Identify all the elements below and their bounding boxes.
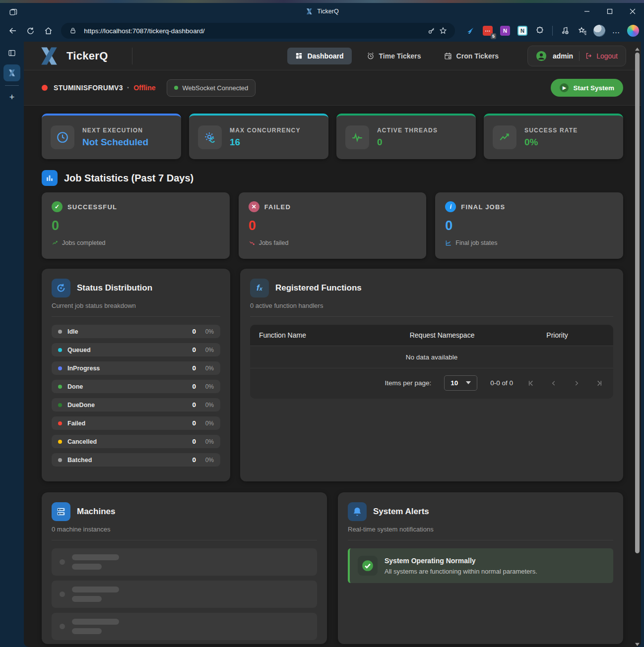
items-per-page-select[interactable]: 10 (444, 375, 477, 391)
server-icon (52, 502, 70, 521)
start-system-button[interactable]: ▶ Start System (551, 79, 623, 97)
active-vertical-tab[interactable] (3, 64, 20, 81)
last-page-icon[interactable] (594, 378, 604, 388)
status-dot (58, 366, 62, 370)
scrollbar[interactable] (634, 42, 641, 647)
scroll-up-icon[interactable] (635, 45, 640, 49)
host-separator: · (127, 83, 129, 92)
job-caption: Final job states (445, 239, 613, 246)
calendar-icon (444, 52, 452, 60)
websocket-label: WebSocket Connected (183, 84, 249, 92)
status-dot (58, 403, 62, 407)
alarm-clock-icon (367, 52, 375, 60)
collections-icon[interactable] (576, 24, 589, 37)
stat-value: 16 (230, 137, 301, 148)
extension-notion-icon[interactable]: N (516, 24, 529, 37)
extension-stream-icon[interactable] (464, 24, 477, 37)
job-caption: Jobs failed (249, 239, 417, 246)
job-caption: Jobs completed (52, 239, 220, 246)
extension-onenote-icon[interactable]: N (499, 24, 512, 37)
next-page-icon[interactable] (572, 378, 581, 388)
profile-avatar[interactable] (593, 25, 605, 37)
table-header: Function Name Request Namespace Priority (250, 325, 613, 346)
nav-dashboard[interactable]: Dashboard (287, 48, 351, 64)
alert-message: All systems are functioning within norma… (385, 568, 537, 575)
job-value: 0 (445, 218, 613, 234)
clock-icon (51, 125, 74, 149)
x-circle-icon: ✕ (249, 201, 259, 212)
status-distribution-panel: Status Distribution Current job status b… (42, 269, 230, 481)
scroll-down-icon[interactable] (635, 640, 640, 644)
stat-label: SUCCESS RATE (524, 127, 578, 134)
favorite-star-icon[interactable] (437, 25, 449, 37)
tickerq-favicon (305, 7, 313, 15)
url-text[interactable]: https://localhost:7087/tickerq-dashboard… (84, 27, 425, 35)
refresh-icon[interactable] (23, 23, 39, 39)
logout-button[interactable]: Logout (585, 52, 618, 60)
extension-screenshot-icon[interactable]: ⋯5 (481, 24, 494, 37)
tab-panel-icon[interactable] (4, 46, 19, 60)
stat-label: MAX CONCURRENCY (230, 127, 301, 134)
job-statistics-heading: Job Statistics (Past 7 Days) (42, 170, 623, 186)
col-request-namespace: Request Namespace (374, 331, 510, 339)
workspaces-icon[interactable] (6, 5, 20, 17)
status-dot (58, 440, 62, 444)
extensions-puzzle-icon[interactable] (533, 24, 546, 37)
home-icon[interactable] (41, 23, 57, 39)
panel-title: System Alerts (373, 507, 429, 517)
table-pagination: Items per page: 10 0-0 of 0 (250, 368, 613, 399)
function-fx-icon: fx (250, 279, 269, 297)
line-chart-icon (445, 239, 452, 246)
new-tab-icon[interactable]: + (4, 90, 19, 105)
skeleton-dot (60, 624, 65, 629)
trend-down-icon (249, 239, 256, 246)
nav-time-tickers[interactable]: Time Tickers (359, 48, 429, 64)
skeleton-dot (60, 591, 65, 597)
close-icon[interactable] (621, 3, 644, 20)
stat-value: 0 (377, 137, 438, 148)
info-circle-icon: i (445, 201, 456, 212)
nav-cron-tickers-label: Cron Tickers (456, 52, 499, 60)
minimize-icon[interactable] (576, 3, 598, 20)
scrollbar-thumb[interactable] (635, 53, 640, 553)
status-dot (58, 330, 62, 334)
websocket-badge: WebSocket Connected (167, 79, 256, 97)
browser-toolbar: https://localhost:7087/tickerq-dashboard… (0, 20, 644, 42)
lock-icon[interactable] (67, 25, 79, 37)
maximize-icon[interactable] (598, 3, 621, 20)
panel-subtitle: Current job status breakdown (52, 302, 220, 309)
copilot-icon[interactable] (627, 25, 639, 37)
back-icon[interactable] (5, 23, 21, 39)
browser-titlebar: TickerQ (0, 3, 644, 20)
skeleton-dot (60, 559, 65, 565)
bar-chart-icon (42, 170, 58, 186)
panel-subtitle: Real-time system notifications (348, 526, 613, 533)
websocket-dot (174, 86, 178, 90)
first-page-icon[interactable] (526, 378, 536, 388)
media-icon[interactable] (559, 24, 572, 37)
nav-dashboard-label: Dashboard (307, 52, 343, 60)
stat-card-active-threads: ACTIVE THREADS 0 (336, 114, 476, 159)
status-refresh-icon (52, 279, 70, 297)
settings-more-icon[interactable]: … (610, 24, 623, 37)
user-icon (536, 51, 547, 61)
stat-label: NEXT EXECUTION (82, 127, 148, 134)
address-bar[interactable]: https://localhost:7087/tickerq-dashboard… (61, 23, 455, 39)
status-row-batched: Batched 0 0% (52, 453, 220, 467)
active-tab[interactable]: TickerQ (305, 7, 338, 15)
check-circle-icon (358, 556, 378, 576)
stat-card-success-rate: SUCCESS RATE 0% (484, 114, 623, 159)
status-row-cancelled: Cancelled 0 0% (52, 435, 220, 448)
prev-page-icon[interactable] (549, 378, 559, 388)
password-key-icon[interactable] (425, 25, 437, 37)
items-per-page-label: Items per page: (385, 379, 431, 387)
status-dot (58, 421, 62, 425)
range-text: 0-0 of 0 (490, 379, 513, 387)
system-status-bar: STUMINISFORUMV3 · Offline WebSocket Conn… (24, 70, 641, 106)
bell-icon (348, 502, 367, 521)
play-icon: ▶ (560, 83, 569, 92)
nav-cron-tickers[interactable]: Cron Tickers (436, 48, 507, 64)
machines-panel: Machines 0 machine instances (42, 492, 327, 644)
status-dot (58, 348, 62, 352)
section-title: Job Statistics (Past 7 Days) (64, 173, 193, 184)
